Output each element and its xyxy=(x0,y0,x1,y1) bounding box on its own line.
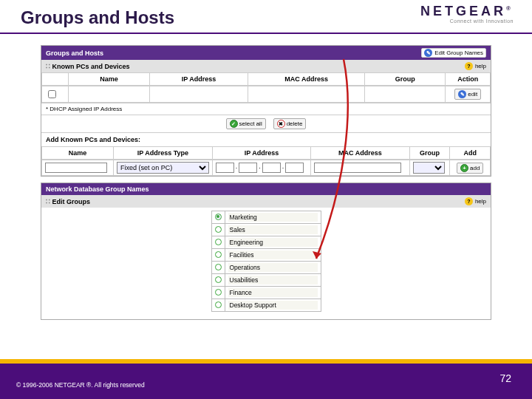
group-select[interactable] xyxy=(413,162,445,174)
check-icon: ✓ xyxy=(230,120,238,128)
add-known-columns: Name IP Address Type IP Address MAC Addr… xyxy=(41,146,491,160)
group-radio[interactable] xyxy=(215,214,222,220)
groups-table xyxy=(211,211,321,312)
group-name-input[interactable] xyxy=(228,238,318,247)
group-radio[interactable] xyxy=(215,226,222,233)
delete-button[interactable]: ✖ delete xyxy=(273,118,307,129)
group-radio[interactable] xyxy=(215,239,222,245)
group-radio[interactable] xyxy=(215,301,222,308)
add-known-row: Fixed (set on PC) ... + add xyxy=(41,160,491,176)
group-name-input[interactable] xyxy=(228,213,318,222)
add-known-header: Add Known PCs and Devices: xyxy=(41,132,491,146)
row-checkbox[interactable] xyxy=(48,90,56,98)
group-name-input[interactable] xyxy=(228,276,318,284)
help-icon: ? xyxy=(465,62,473,70)
panel1-title: Groups and Hosts xyxy=(46,50,103,57)
group-row xyxy=(211,249,321,262)
group-radio[interactable] xyxy=(215,264,222,270)
group-name-input[interactable] xyxy=(228,263,318,272)
delete-icon: ✖ xyxy=(277,120,285,128)
group-name-input[interactable] xyxy=(228,301,318,310)
group-row xyxy=(211,274,321,287)
group-name-input[interactable] xyxy=(228,225,318,234)
group-radio[interactable] xyxy=(215,289,222,296)
slide-title: Groups and Hosts xyxy=(0,0,532,33)
footer-band: © 1996-2006 NETGEAR ®. All rights reserv… xyxy=(0,359,532,399)
known-pcs-subheader: ∷ Known PCs and Devices xyxy=(46,63,130,70)
plus-icon: + xyxy=(460,164,468,172)
copyright: © 1996-2006 NETGEAR ®. All rights reserv… xyxy=(16,381,145,389)
help-link-2[interactable]: ? help xyxy=(465,197,486,205)
edit-groups-subheader: ∷ Edit Groups xyxy=(46,198,90,205)
known-devices-header: Name IP Address MAC Address Group Action xyxy=(41,72,491,86)
add-name-input[interactable] xyxy=(45,163,107,173)
known-devices-row: ✎ edit xyxy=(41,86,491,103)
group-names-panel: Network Database Group Names ∷ Edit Grou… xyxy=(41,183,491,320)
group-row xyxy=(211,262,321,274)
groups-hosts-panel: Groups and Hosts ✎ Edit Group Names ∷ Kn… xyxy=(41,45,491,177)
edit-icon: ✎ xyxy=(458,90,466,98)
group-row xyxy=(211,224,321,236)
group-row xyxy=(211,299,321,312)
title-divider xyxy=(0,33,532,34)
mac-input[interactable] xyxy=(314,163,401,173)
group-name-input[interactable] xyxy=(228,288,318,297)
add-button[interactable]: + add xyxy=(457,163,483,174)
group-radio[interactable] xyxy=(215,251,222,258)
group-radio[interactable] xyxy=(215,276,222,283)
group-row xyxy=(211,287,321,299)
dhcp-note: * DHCP Assigned IP Address xyxy=(41,103,491,115)
panel2-title: Network Database Group Names xyxy=(46,185,149,193)
ip-address-input[interactable]: ... xyxy=(216,163,308,173)
help-icon: ? xyxy=(465,197,473,205)
group-row xyxy=(211,211,321,224)
select-all-button[interactable]: ✓ select all xyxy=(226,118,266,129)
group-name-input[interactable] xyxy=(228,250,318,259)
edit-pencil-icon: ✎ xyxy=(424,49,432,57)
help-link[interactable]: ? help xyxy=(465,62,486,70)
ip-type-select[interactable]: Fixed (set on PC) xyxy=(117,162,209,174)
group-row xyxy=(211,236,321,249)
edit-button[interactable]: ✎ edit xyxy=(454,89,481,100)
edit-group-names-link[interactable]: ✎ Edit Group Names xyxy=(421,48,486,58)
page-number: 72 xyxy=(499,372,511,384)
